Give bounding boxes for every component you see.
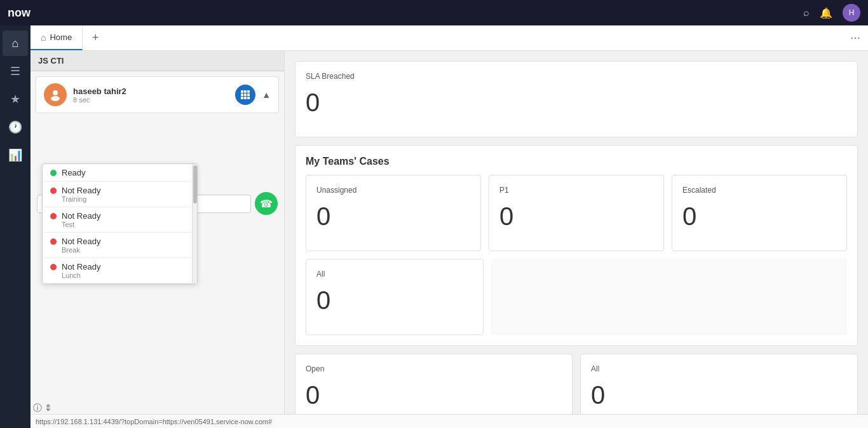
not-ready-break-dot xyxy=(50,238,57,245)
open-label: Open xyxy=(306,364,562,373)
not-ready-break-sub: Break xyxy=(62,246,189,254)
svg-rect-8 xyxy=(247,93,250,96)
not-ready-lunch-sub: Lunch xyxy=(62,272,189,279)
svg-point-1 xyxy=(53,90,58,95)
svg-rect-4 xyxy=(244,90,247,93)
teams-cards-grid: Unassigned 0 P1 0 Escalated 0 xyxy=(306,175,847,251)
open-value: 0 xyxy=(306,381,562,410)
teams-bottom-row: All 0 xyxy=(306,259,847,335)
status-bar: https://192.168.1.131:4439/?topDomain=ht… xyxy=(31,414,868,428)
cti-body: haseeb tahir2 8 sec ▲ xyxy=(31,71,284,413)
svg-rect-6 xyxy=(241,93,243,96)
agent-card: haseeb tahir2 8 sec ▲ xyxy=(36,76,279,113)
escalated-card: Escalated 0 xyxy=(672,175,847,251)
ready-dot xyxy=(50,170,57,176)
not-ready-lunch-label: Not Ready xyxy=(62,262,100,272)
status-not-ready-test[interactable]: Not Ready Test xyxy=(43,207,197,233)
user-avatar[interactable]: H xyxy=(843,4,860,22)
app-logo[interactable]: now xyxy=(8,6,46,20)
agent-avatar-icon xyxy=(44,83,67,106)
call-button[interactable]: ☎ xyxy=(255,192,278,215)
escalated-value: 0 xyxy=(682,202,836,231)
agent-grid-button[interactable] xyxy=(235,85,255,105)
tab-more-button[interactable]: ⋯ xyxy=(843,25,868,50)
status-not-ready-lunch[interactable]: Not Ready Lunch xyxy=(43,258,197,284)
not-ready-training-dot xyxy=(50,188,57,194)
svg-rect-10 xyxy=(244,97,247,99)
my-teams-cases-title: My Teams' Cases xyxy=(306,156,847,167)
sidebar-item-history[interactable]: 🕐 xyxy=(3,114,28,140)
all-label: All xyxy=(591,364,847,373)
svg-rect-9 xyxy=(241,97,243,99)
unassigned-value: 0 xyxy=(316,202,470,231)
svg-text:now: now xyxy=(8,6,31,19)
home-tab-icon: ⌂ xyxy=(41,32,46,43)
p1-label: P1 xyxy=(499,186,653,195)
agent-name: haseeb tahir2 xyxy=(73,86,229,96)
teams-all-card: All 0 xyxy=(306,259,484,335)
top-navigation: now ⌕ 🔔 H xyxy=(0,0,868,25)
sidebar-item-menu[interactable]: ☰ xyxy=(3,59,28,84)
info-icon[interactable]: ⓘ xyxy=(33,403,42,414)
tab-home[interactable]: ⌂ Home xyxy=(31,25,83,50)
left-sidebar: ⌂ ☰ ★ 🕐 📊 xyxy=(0,25,31,428)
agent-time: 8 sec xyxy=(73,96,229,104)
not-ready-lunch-dot xyxy=(50,264,57,270)
not-ready-training-label: Not Ready xyxy=(62,186,100,195)
cti-panel: JS CTI haseeb tahir2 8 sec xyxy=(31,51,285,428)
ready-label: Ready xyxy=(62,168,86,177)
search-icon[interactable]: ⌕ xyxy=(803,7,810,18)
sla-breached-card: SLA Breached 0 xyxy=(295,61,858,137)
not-ready-test-dot xyxy=(50,213,57,219)
not-ready-break-label: Not Ready xyxy=(62,237,100,246)
my-cases-top-row: SLA Breached 0 xyxy=(295,61,858,137)
my-teams-cases-section: My Teams' Cases Unassigned 0 P1 0 Escala… xyxy=(295,145,858,346)
not-ready-training-sub: Training xyxy=(62,195,189,203)
sla-breached-label: SLA Breached xyxy=(306,72,847,81)
svg-rect-5 xyxy=(247,90,250,93)
not-ready-test-label: Not Ready xyxy=(62,211,100,221)
not-ready-test-sub: Test xyxy=(62,221,189,228)
teams-spacer xyxy=(491,259,847,335)
status-not-ready-break[interactable]: Not Ready Break xyxy=(43,233,197,258)
scrollbar-thumb xyxy=(193,165,197,204)
right-content-area: SLA Breached 0 My Teams' Cases Unassigne… xyxy=(285,51,868,428)
status-dropdown: Ready Not Ready Training Not Ready Test xyxy=(42,163,198,284)
cti-header: JS CTI xyxy=(31,51,284,71)
svg-rect-7 xyxy=(244,93,247,96)
unassigned-label: Unassigned xyxy=(316,186,470,195)
svg-rect-3 xyxy=(241,90,243,93)
p1-card: P1 0 xyxy=(489,175,664,251)
top-nav-right: ⌕ 🔔 H xyxy=(803,4,860,22)
agent-info: haseeb tahir2 8 sec xyxy=(73,86,229,104)
status-ready[interactable]: Ready xyxy=(43,164,197,182)
dropdown-scrollbar[interactable] xyxy=(192,164,197,284)
bell-icon[interactable]: 🔔 xyxy=(820,7,832,19)
main-content: JS CTI haseeb tahir2 8 sec xyxy=(31,51,868,428)
svg-point-2 xyxy=(51,96,60,101)
tab-bar: ⌂ Home + ⋯ xyxy=(31,25,868,51)
tab-home-label: Home xyxy=(50,32,72,42)
scroll-up-icon[interactable]: ▲ xyxy=(262,90,271,100)
sidebar-item-home[interactable]: ⌂ xyxy=(3,31,28,56)
sidebar-item-favorites[interactable]: ★ xyxy=(3,86,28,112)
p1-value: 0 xyxy=(499,202,653,231)
expand-icon[interactable]: ⇕ xyxy=(44,403,52,414)
status-url: https://192.168.1.131:4439/?topDomain=ht… xyxy=(36,418,272,425)
cti-bottom-icons: ⓘ ⇕ xyxy=(33,403,52,414)
tab-add-button[interactable]: + xyxy=(83,25,108,50)
svg-rect-11 xyxy=(247,97,250,99)
escalated-label: Escalated xyxy=(682,186,836,195)
all-value: 0 xyxy=(591,381,847,410)
sla-breached-value: 0 xyxy=(306,88,847,117)
sidebar-item-analytics[interactable]: 📊 xyxy=(3,142,28,168)
status-not-ready-training[interactable]: Not Ready Training xyxy=(43,182,197,207)
teams-all-value: 0 xyxy=(316,286,473,315)
unassigned-card: Unassigned 0 xyxy=(306,175,481,251)
teams-all-label: All xyxy=(316,270,473,279)
